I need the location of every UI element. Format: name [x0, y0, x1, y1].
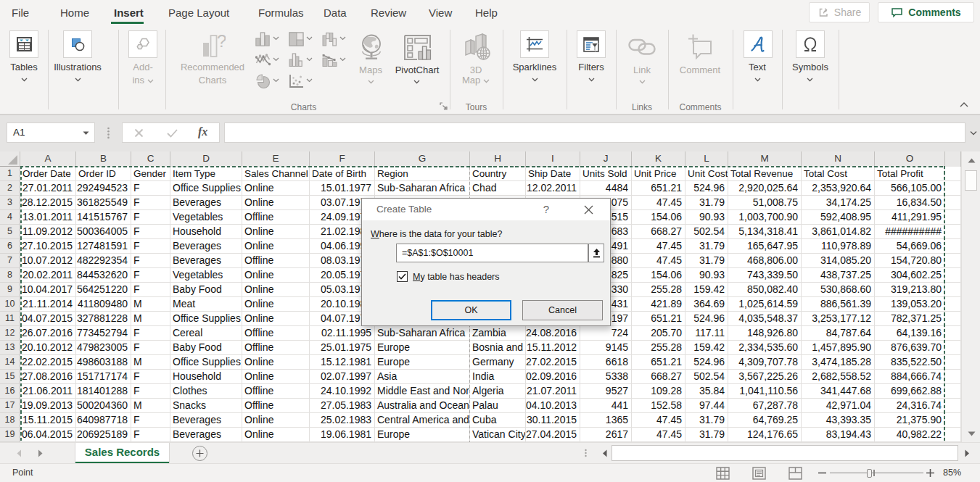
cell-O10[interactable]: 139,053.20	[875, 297, 945, 312]
row-header-8[interactable]: 8	[0, 268, 20, 283]
cell-E13[interactable]: Offline	[242, 341, 310, 355]
comments-button[interactable]: Comments	[878, 2, 974, 22]
column-header-B[interactable]: B	[76, 151, 131, 167]
addins-button[interactable]	[128, 30, 157, 58]
cell-P10[interactable]	[945, 297, 961, 312]
cell-K8[interactable]: 154.06	[632, 268, 685, 283]
cell-M9[interactable]: 850,082.40	[728, 283, 802, 297]
statistic-chart-chevron-icon[interactable]	[306, 57, 313, 62]
row-header-16[interactable]: 16	[0, 384, 20, 399]
cell-H16[interactable]: Algeria	[470, 384, 526, 399]
share-button[interactable]: Share	[809, 2, 870, 22]
cell-B6[interactable]: 127481591	[76, 239, 131, 254]
cell-D15[interactable]: Household	[170, 370, 242, 384]
cell-M13[interactable]: 2,334,535.60	[728, 341, 802, 355]
cell-D8[interactable]: Vegetables	[170, 268, 242, 283]
cell-P14[interactable]	[945, 355, 961, 370]
text-button[interactable]	[744, 30, 773, 58]
cell-B8[interactable]: 844532620	[76, 268, 131, 283]
sparklines-chevron-icon[interactable]	[532, 78, 538, 82]
row-header-7[interactable]: 7	[0, 254, 20, 268]
cell-D17[interactable]: Snacks	[170, 399, 242, 413]
cell-O11[interactable]: 782,371.25	[875, 312, 945, 326]
tab-help[interactable]: Help	[475, 0, 498, 26]
tabbar-grip-icon[interactable]	[584, 449, 588, 459]
cell-P7[interactable]	[945, 254, 961, 268]
cell-I2[interactable]: 12.02.2011	[526, 181, 580, 196]
cell-B11[interactable]: 327881228	[76, 312, 131, 326]
cell-E11[interactable]: Online	[242, 312, 310, 326]
cell-O3[interactable]: 16,834.50	[875, 196, 945, 210]
cell-C8[interactable]: F	[131, 268, 170, 283]
cell-M8[interactable]: 743,339.50	[728, 268, 802, 283]
row-header-5[interactable]: 5	[0, 225, 20, 239]
cell-P12[interactable]	[945, 326, 961, 341]
cell-G15[interactable]: Asia	[375, 370, 470, 384]
cell-L1[interactable]: Unit Cost	[685, 167, 728, 181]
cell-P6[interactable]	[945, 239, 961, 254]
tab-formulas[interactable]: Formulas	[258, 0, 304, 26]
cell-O12[interactable]: 64,139.16	[875, 326, 945, 341]
column-header-A[interactable]: A	[20, 151, 76, 167]
cell-F18[interactable]: 25.02.1983	[310, 413, 375, 428]
cell-L11[interactable]: 524.96	[685, 312, 728, 326]
link-button[interactable]	[628, 35, 656, 59]
cell-J2[interactable]: 4484	[580, 181, 632, 196]
column-header-C[interactable]: C	[131, 151, 170, 167]
cell-L5[interactable]: 502.54	[685, 225, 728, 239]
row-header-14[interactable]: 14	[0, 355, 20, 370]
cell-A16[interactable]: 21.06.2011	[20, 384, 76, 399]
tab-file[interactable]: File	[12, 0, 29, 26]
cell-E15[interactable]: Online	[242, 370, 310, 384]
cell-I15[interactable]: 02.09.2016	[526, 370, 580, 384]
cell-I1[interactable]: Ship Date	[526, 167, 580, 181]
cell-K10[interactable]: 421.89	[632, 297, 685, 312]
cell-K4[interactable]: 154.06	[632, 210, 685, 225]
cell-I14[interactable]: 27.02.2015	[526, 355, 580, 370]
cell-I13[interactable]: 15.11.2012	[526, 341, 580, 355]
cell-E5[interactable]: Online	[242, 225, 310, 239]
waterfall-chart-chevron-icon[interactable]	[339, 36, 346, 41]
cell-M10[interactable]: 1,025,614.59	[728, 297, 802, 312]
pivotchart-button[interactable]	[403, 33, 432, 62]
cell-C15[interactable]: F	[131, 370, 170, 384]
cell-D6[interactable]: Beverages	[170, 239, 242, 254]
cell-B3[interactable]: 361825549	[76, 196, 131, 210]
cell-E9[interactable]: Online	[242, 283, 310, 297]
cell-B17[interactable]: 500204360	[76, 399, 131, 413]
enter-entry-icon[interactable]	[167, 129, 178, 138]
row-header-9[interactable]: 9	[0, 283, 20, 297]
filters-chevron-icon[interactable]	[588, 78, 595, 82]
cell-L17[interactable]: 97.44	[685, 399, 728, 413]
cell-K18[interactable]: 47.45	[632, 413, 685, 428]
cell-O15[interactable]: 884,666.74	[875, 370, 945, 384]
cell-L14[interactable]: 524.96	[685, 355, 728, 370]
column-header-F[interactable]: F	[310, 151, 375, 167]
cell-N11[interactable]: 3,253,177.12	[802, 312, 875, 326]
cell-N15[interactable]: 2,682,558.52	[802, 370, 875, 384]
cell-E18[interactable]: Online	[242, 413, 310, 428]
cell-O13[interactable]: 876,639.70	[875, 341, 945, 355]
cell-I19[interactable]: 27.04.2015	[526, 428, 580, 442]
cell-E10[interactable]: Online	[242, 297, 310, 312]
text-chevron-icon[interactable]	[754, 78, 761, 82]
row-header-10[interactable]: 10	[0, 297, 20, 312]
cell-M15[interactable]: 3,567,225.26	[728, 370, 802, 384]
cell-F17[interactable]: 27.05.1983	[310, 399, 375, 413]
cell-B10[interactable]: 411809480	[76, 297, 131, 312]
cell-B18[interactable]: 640987718	[76, 413, 131, 428]
insert-scatter-chart-button[interactable]	[289, 74, 304, 88]
cell-K11[interactable]: 651.21	[632, 312, 685, 326]
cell-B12[interactable]: 773452794	[76, 326, 131, 341]
sheet-nav-next-icon[interactable]	[38, 449, 44, 457]
cell-C11[interactable]: M	[131, 312, 170, 326]
cell-I17[interactable]: 04.10.2013	[526, 399, 580, 413]
row-header-2[interactable]: 2	[0, 181, 20, 196]
cell-D16[interactable]: Clothes	[170, 384, 242, 399]
cell-B4[interactable]: 141515767	[76, 210, 131, 225]
cell-N17[interactable]: 42,971.04	[802, 399, 875, 413]
cell-G14[interactable]: Europe	[375, 355, 470, 370]
cell-H17[interactable]: Palau	[470, 399, 526, 413]
column-header-M[interactable]: M	[728, 151, 802, 167]
cell-C2[interactable]: F	[131, 181, 170, 196]
